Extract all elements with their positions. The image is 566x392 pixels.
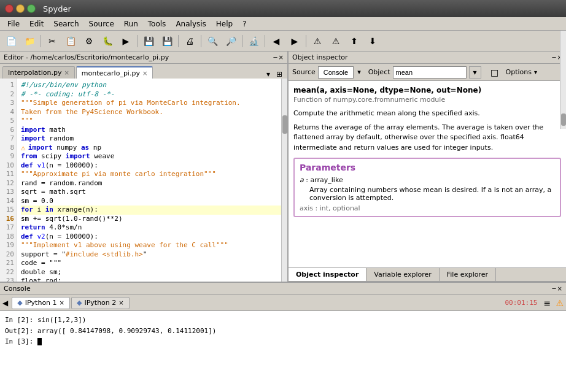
menu-edit[interactable]: Edit (25, 18, 48, 29)
settings-btn[interactable]: ⚙ (80, 33, 98, 49)
param1-desc: Array containing numbers whose mean is d… (300, 186, 555, 202)
console-tab2-label: IPython 2 (84, 299, 116, 307)
console-menu-btn[interactable]: ≡ (541, 297, 553, 309)
menu-question[interactable]: ? (238, 18, 251, 29)
tab-interpolation-close[interactable]: × (64, 69, 69, 76)
console-btn[interactable]: Console (318, 66, 354, 79)
find2-btn[interactable]: 🔎 (222, 33, 239, 49)
copy-btn[interactable]: 📋 (62, 33, 79, 49)
cursor (37, 338, 42, 345)
inspector-minimize-icon[interactable]: ─ (552, 54, 556, 61)
tab-actions: ▾ ⊞ (264, 70, 285, 79)
tab-menu-btn[interactable]: ▾ (264, 70, 273, 79)
warn2-btn[interactable]: ⚠ (327, 33, 344, 49)
new-file-btn[interactable]: 📄 (2, 33, 20, 49)
inspector-scrollbar[interactable] (560, 81, 566, 129)
console-header: Console ─ × (0, 283, 566, 295)
tab-interpolation-label: Interpolation.py (8, 69, 61, 77)
window-controls[interactable] (5, 4, 36, 13)
console-tab1-icon: ◆ (17, 299, 22, 307)
doc-title: mean(a, axis=None, dtype=None, out=None) (293, 86, 561, 94)
tab-file-explorer[interactable]: File explorer (440, 268, 496, 281)
print-btn[interactable]: 🖨 (181, 33, 198, 49)
object-input[interactable] (393, 66, 467, 79)
inspector-options-btn[interactable]: □ (486, 64, 503, 80)
fwd-btn[interactable]: ▶ (286, 33, 303, 49)
object-label: Object (368, 68, 390, 76)
menu-help[interactable]: Help (211, 18, 238, 29)
object-dropdown-btn[interactable]: ▾ (469, 66, 481, 79)
cut-btn[interactable]: ✂ (44, 33, 61, 49)
inspector-doc: mean(a, axis=None, dtype=None, out=None)… (289, 81, 566, 268)
console-output[interactable]: In [2]: sin([1,2,3]) Out[2]: array([ 0.8… (0, 311, 566, 392)
open-file-btn[interactable]: 📁 (21, 33, 38, 49)
scrollbar-thumb[interactable] (282, 115, 287, 134)
options-label: Options (506, 68, 532, 76)
sep2 (137, 35, 138, 47)
console-close-icon[interactable]: × (557, 285, 562, 292)
code-editor[interactable]: 12345 678910 1112131415 16 17181920 2122… (0, 79, 287, 282)
console-input1: In [2]: sin([1,2,3]) (5, 315, 561, 326)
tab-variable-explorer[interactable]: Variable explorer (366, 268, 439, 281)
tab-montecarlo-label: montecarlo_pi.py (82, 69, 140, 77)
menu-analysis[interactable]: Analysis (171, 18, 211, 29)
zoom-btn[interactable]: 🔬 (245, 33, 262, 49)
inspector-controls: Source Console ▾ Object ▾ □ Options ▾ (289, 64, 566, 81)
warn-btn[interactable]: ⚠ (309, 33, 326, 49)
param2-hint: axis : int, optional (300, 204, 555, 212)
code-text[interactable]: #!/usr/bin/env python # -*- coding: utf-… (17, 79, 287, 282)
params-section: Parameters a : array_like Array containi… (293, 158, 561, 217)
inspector-header: Object inspector ─ × (289, 52, 566, 64)
vertical-scrollbar[interactable] (281, 79, 287, 282)
sep7 (306, 35, 306, 47)
close-button[interactable] (5, 4, 14, 13)
menu-run[interactable]: Run (119, 18, 143, 29)
console-minimize-icon[interactable]: ─ (552, 285, 556, 292)
run-btn[interactable]: ▶ (117, 33, 134, 49)
title-bar: Spyder (0, 0, 566, 17)
console-tab2-close[interactable]: × (118, 299, 123, 306)
tab-montecarlo[interactable]: montecarlo_pi.py × (76, 66, 153, 79)
main-area: Editor - /home/carlos/Escritorio/monteca… (0, 52, 566, 282)
param1-type: array_like (310, 176, 343, 184)
menu-tools[interactable]: Tools (143, 18, 171, 29)
doc-module: Function of numpy.core.fromnumeric modul… (293, 96, 561, 104)
console-tab1-label: IPython 1 (25, 299, 57, 307)
arrow-dn-btn[interactable]: ⬇ (364, 33, 381, 49)
tab-object-inspector[interactable]: Object inspector (289, 268, 366, 281)
console-tab2-icon: ◆ (77, 299, 82, 307)
arrow-up-btn[interactable]: ⬆ (346, 33, 363, 49)
console-tab1-close[interactable]: × (60, 299, 64, 306)
console-input2: In [3]: (5, 336, 561, 347)
menu-search[interactable]: Search (48, 18, 83, 29)
menu-source[interactable]: Source (84, 18, 119, 29)
save-all-btn[interactable]: 💾 (158, 33, 176, 49)
maximize-button[interactable] (27, 4, 36, 13)
console-tab-ipython2[interactable]: ◆ IPython 2 × (71, 297, 130, 309)
console-tab-bar: ◀ ◆ IPython 1 × ◆ IPython 2 × 00:01:15 ≡… (0, 295, 566, 311)
editor-minimize-icon[interactable]: ─ (274, 54, 277, 61)
back-btn[interactable]: ◀ (268, 33, 285, 49)
menu-file[interactable]: File (2, 18, 25, 29)
editor-path: Editor - /home/carlos/Escritorio/monteca… (0, 52, 287, 64)
save-btn[interactable]: 💾 (140, 33, 157, 49)
tab-montecarlo-close[interactable]: × (142, 70, 147, 77)
minimize-button[interactable] (16, 4, 25, 13)
tab-split-btn[interactable]: ⊞ (274, 70, 285, 79)
editor-close-icon[interactable]: × (279, 54, 284, 61)
editor-path-text: Editor - /home/carlos/Escritorio/monteca… (4, 53, 169, 61)
menu-bar: File Edit Search Source Run Tools Analys… (0, 17, 566, 31)
console-output1: Out[2]: array([ 0.84147098, 0.90929743, … (5, 326, 561, 337)
debug-btn[interactable]: 🐛 (99, 33, 116, 49)
console-input2-text: In [3]: (5, 337, 37, 345)
console-tab-ipython1[interactable]: ◆ IPython 1 × (12, 297, 70, 309)
sep1 (41, 35, 41, 47)
find-btn[interactable]: 🔍 (204, 33, 221, 49)
console-warn-icon: ⚠ (556, 298, 564, 308)
console-back-btn[interactable]: ◀ (2, 299, 8, 307)
inspector-scrollbar-thumb[interactable] (561, 113, 566, 126)
tab-interpolation[interactable]: Interpolation.py × (2, 66, 75, 79)
inspector-title: Object inspector (292, 53, 347, 61)
sep3 (178, 35, 179, 47)
app-title: Spyder (43, 4, 71, 13)
